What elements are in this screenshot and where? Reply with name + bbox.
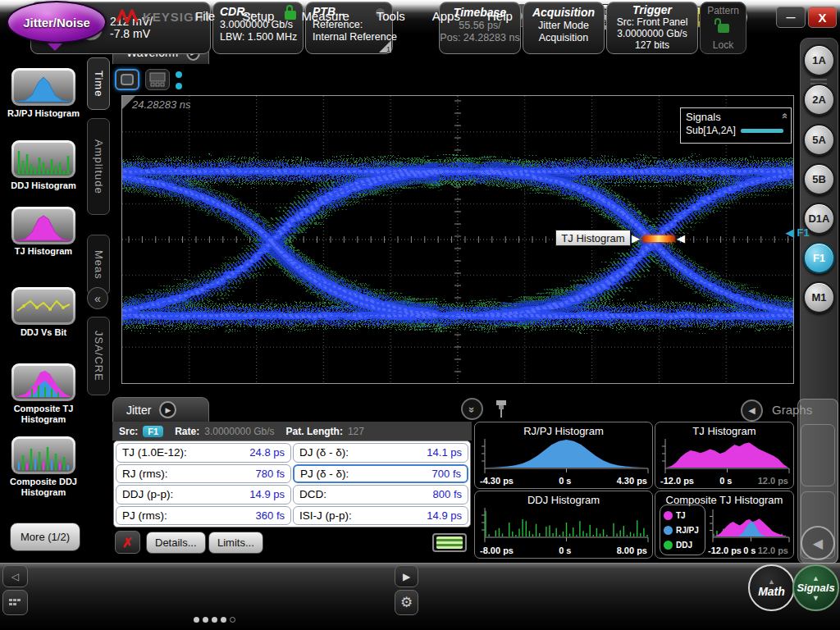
x-axis-labels: -12.0 ps0 s12.0 ps bbox=[660, 476, 788, 486]
collapse-chevron-icon[interactable]: » bbox=[778, 115, 790, 119]
measurement-cell[interactable]: TJ (1.0E-12):24.8 ps bbox=[116, 443, 291, 463]
jitter-results-table: TJ (1.0E-12):24.8 ps DJ (δ - δ):14.1 ps … bbox=[113, 441, 471, 527]
app-mode-label: Jitter/Noise bbox=[23, 16, 90, 30]
limits-button[interactable]: Limits... bbox=[208, 532, 263, 554]
measurement-cell[interactable]: DDJ (p-p):14.9 ps bbox=[116, 485, 291, 504]
status-next-button[interactable]: ▶ bbox=[395, 565, 418, 587]
sidebar-collapse-button[interactable]: « bbox=[87, 287, 108, 309]
channel-button-5b[interactable]: 5B bbox=[803, 163, 835, 195]
signals-label: Signals bbox=[797, 582, 834, 595]
graphs-drawer-label: Graphs bbox=[772, 403, 812, 417]
sidebar-item-label: Composite TJ Histogram bbox=[0, 404, 87, 425]
page-indicator[interactable] bbox=[194, 617, 235, 623]
minimize-icon: — bbox=[787, 12, 796, 22]
settings-button[interactable]: ⚙ bbox=[395, 590, 418, 615]
tj-histogram-thumbnail-icon bbox=[14, 209, 73, 242]
measurement-cell[interactable]: ISI-J (p-p):14.9 ps bbox=[293, 506, 468, 526]
menu-file[interactable]: File bbox=[195, 9, 215, 23]
trigger-panel[interactable]: Trigger Src: Front Panel 3.0000000 Gb/s … bbox=[606, 2, 698, 54]
sidebar-item-composite-tj-histogram[interactable] bbox=[11, 363, 75, 401]
gear-icon: ⚙ bbox=[400, 594, 413, 611]
jitter-source-row: Src: F1 Rate: 3.0000000 Gb/s Pat. Length… bbox=[112, 422, 472, 441]
channel-button-1a[interactable]: 1A bbox=[803, 44, 835, 76]
page-dot bbox=[212, 617, 217, 623]
pattern-length-label: Pat. Length: bbox=[286, 426, 343, 437]
measurement-cell[interactable]: PJ (rms):360 fs bbox=[116, 506, 291, 526]
close-icon: X bbox=[818, 11, 826, 25]
measurement-cell[interactable]: RJ (rms):780 fs bbox=[116, 464, 291, 484]
math-button[interactable]: ▲ Math bbox=[748, 564, 795, 611]
lock-open-icon bbox=[718, 24, 729, 33]
page-dot bbox=[221, 617, 226, 623]
channel-button-f1[interactable]: F1 bbox=[803, 242, 835, 274]
waveform-display[interactable]: 24.28283 ns Signals » Sub[1A,2A] TJ Hist… bbox=[121, 95, 794, 384]
rjpj-legend-dot bbox=[664, 526, 673, 535]
minimize-button[interactable]: — bbox=[776, 7, 806, 28]
rjpj-histogram-panel[interactable]: RJ/PJ Histogram -4.30 ps0 s4.30 ps bbox=[474, 422, 653, 489]
tab-amplitude[interactable]: Amplitude bbox=[87, 118, 110, 215]
single-view-button[interactable] bbox=[115, 69, 139, 90]
sidebar-item-composite-ddj-histogram[interactable] bbox=[11, 436, 75, 474]
status-prev-button[interactable]: ◁ bbox=[2, 565, 28, 587]
ddj-histogram-thumbnail-icon bbox=[14, 143, 73, 176]
ddj-legend-dot bbox=[664, 541, 673, 550]
tj-histogram-marker-label[interactable]: TJ Histogram bbox=[555, 230, 631, 246]
sidebar-item-tj-histogram[interactable] bbox=[11, 207, 75, 244]
page-dot-inactive bbox=[230, 617, 235, 623]
channel-button-5a[interactable]: 5A bbox=[803, 124, 835, 156]
tab-time[interactable]: Time bbox=[87, 57, 110, 110]
status-grid-button[interactable] bbox=[2, 590, 28, 615]
menu-tools[interactable]: Tools bbox=[377, 9, 405, 23]
jitter-tab[interactable]: Jitter ▶ bbox=[112, 397, 209, 422]
graphs-drawer-collapse-button[interactable]: ◀ bbox=[741, 399, 763, 422]
split-view-button[interactable] bbox=[145, 69, 170, 90]
measurement-cell[interactable]: DJ (δ - δ):14.1 ps bbox=[293, 443, 468, 463]
menu-help[interactable]: Help bbox=[487, 9, 513, 23]
menu-apps[interactable]: Apps bbox=[432, 9, 460, 23]
channel-button-m1[interactable]: M1 bbox=[803, 281, 835, 313]
play-icon[interactable]: ▶ bbox=[159, 401, 176, 418]
more-graphs-button[interactable]: More (1/2) bbox=[10, 523, 80, 551]
channel-button-2a[interactable]: 2A bbox=[803, 84, 835, 116]
corner-fold-number: 1 bbox=[386, 45, 390, 53]
sidebar-item-label: Composite DDJ Histogram bbox=[0, 477, 87, 498]
tab-jsa-cre[interactable]: JSA/CRE bbox=[87, 317, 110, 395]
sidebar-item-rjpj-histogram[interactable] bbox=[11, 68, 75, 106]
sidebar-item-label: DDJ Vs Bit bbox=[0, 327, 87, 338]
measurement-cell-selected[interactable]: PJ (δ - δ):700 fs bbox=[293, 464, 468, 484]
trigger-title: Trigger bbox=[607, 4, 697, 16]
app-mode-button[interactable]: Jitter/Noise bbox=[7, 1, 107, 43]
details-button[interactable]: Details... bbox=[146, 532, 206, 554]
more-button-label: More (1/2) bbox=[21, 531, 70, 543]
composite-tj-thumbnail-icon bbox=[14, 366, 73, 399]
src-badge[interactable]: F1 bbox=[143, 426, 163, 437]
sidebar-item-ddj-vs-bit[interactable] bbox=[11, 287, 75, 325]
sidebar-item-ddj-histogram[interactable] bbox=[11, 140, 75, 178]
ddj-histogram-panel[interactable]: DDJ Histogram -8.00 ps0 s8.00 ps bbox=[474, 491, 653, 559]
measurement-cell[interactable]: DCD:800 fs bbox=[293, 485, 468, 504]
acquisition-panel[interactable]: Acquisition Jitter Mode Acquisition bbox=[523, 2, 605, 54]
triangle-down-icon: ▼ bbox=[812, 595, 819, 601]
close-button[interactable]: X bbox=[808, 7, 837, 28]
keysight-spark-icon bbox=[116, 8, 138, 25]
tab-meas[interactable]: Meas bbox=[87, 235, 110, 295]
pin-icon[interactable] bbox=[494, 399, 509, 420]
math-label: Math bbox=[758, 585, 785, 598]
drag-handle-dot-icon[interactable] bbox=[176, 83, 182, 89]
collapse-results-button[interactable]: » bbox=[461, 398, 483, 420]
app-mode-dropdown-icon[interactable] bbox=[48, 43, 62, 51]
close-measurement-button[interactable]: ✗ bbox=[115, 531, 140, 554]
pattern-lock-panel[interactable]: Pattern Lock bbox=[700, 2, 746, 54]
composite-legend: TJ RJ/PJ DDJ bbox=[660, 504, 705, 555]
composite-tj-histogram-panel[interactable]: Composite TJ Histogram TJ RJ/PJ DDJ -12.… bbox=[655, 491, 794, 559]
tj-histogram-panel[interactable]: TJ Histogram -12.0 ps0 s12.0 ps bbox=[655, 422, 794, 489]
jitter-tab-label: Jitter bbox=[126, 404, 151, 417]
drag-handle-dot-icon[interactable] bbox=[176, 71, 182, 78]
graphs-drawer-arrow-button[interactable]: ◀ bbox=[801, 526, 835, 560]
menu-measure[interactable]: Measure bbox=[301, 9, 349, 23]
signals-button[interactable]: ▲ Signals ▼ bbox=[792, 564, 839, 611]
f1-trace-pointer: ◀ F1 bbox=[786, 226, 810, 239]
signals-legend-box[interactable]: Signals » Sub[1A,2A] bbox=[680, 107, 792, 144]
menu-setup[interactable]: Setup bbox=[242, 9, 274, 23]
triangle-up-icon: ▲ bbox=[812, 575, 819, 582]
